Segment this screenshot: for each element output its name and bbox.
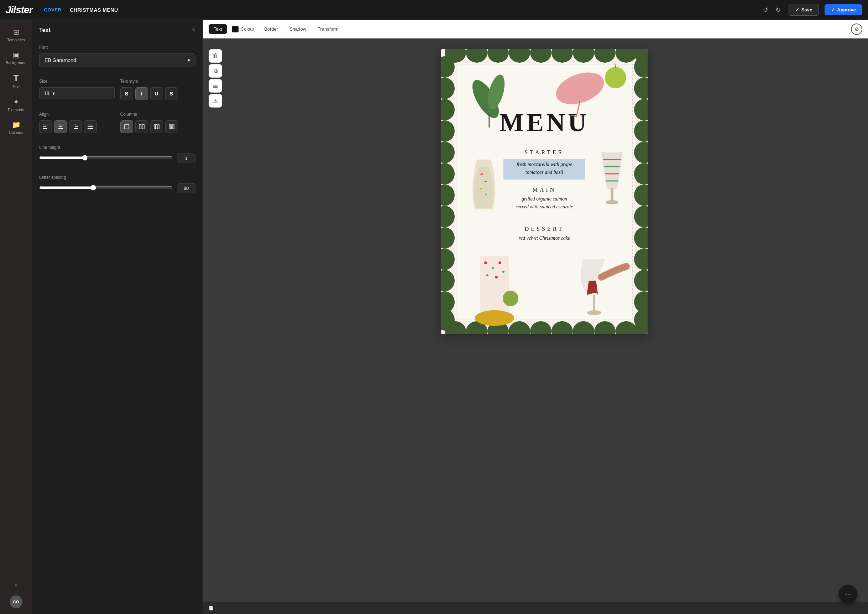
redo-button[interactable]: ↻ [773,5,783,16]
approve-check-icon: ✓ [831,7,835,12]
size-select[interactable]: 18 ▾ [39,87,115,99]
page-icon: 📄 [209,606,214,611]
main-area: ⊞ Templates ▣ Background T Text ✦ Elemen… [0,20,868,614]
svg-rect-8 [74,128,78,129]
sidebar-item-uploads[interactable]: 📁 Uploads [2,117,30,138]
svg-rect-4 [59,126,62,127]
svg-text:STARTER: STARTER [525,149,564,155]
align-columns-section: Align [32,106,203,139]
columns-buttons [120,120,196,133]
panel-close-button[interactable]: × [192,26,195,34]
svg-rect-20 [172,125,173,129]
letter-spacing-label: Letter spacing [39,175,195,180]
strikethrough-button[interactable]: S [165,87,178,100]
colour-swatch [232,26,239,33]
nav-tab-cover[interactable]: COVER [41,6,64,14]
svg-rect-87 [480,188,482,189]
svg-rect-9 [88,125,93,126]
svg-rect-19 [170,125,171,129]
sidebar-item-background[interactable]: ▣ Background [2,47,30,68]
canvas-scroll[interactable]: 🗑 ⧉ ⚠ [203,39,868,602]
align-buttons [39,120,115,133]
svg-rect-15 [154,125,156,129]
svg-point-94 [606,200,618,205]
bold-button[interactable]: B [120,87,133,100]
size-textstyle-row: Size 18 ▾ Text style B I U S [39,79,195,100]
svg-point-106 [492,267,494,269]
size-dropdown-icon: ▾ [52,90,55,96]
svg-rect-14 [142,125,144,129]
sidebar-item-label-uploads: Uploads [9,130,23,135]
settings-icon[interactable]: ⚙ [851,23,862,35]
svg-text:MAIN: MAIN [533,187,556,193]
layers-button[interactable] [209,79,222,93]
svg-text:fresh mozzarella with grape: fresh mozzarella with grape [516,162,572,167]
toolbar-tab-shadow[interactable]: Shadow [284,24,311,34]
avatar: CO [9,595,22,608]
undo-redo-group: ↺ ↻ [761,5,783,16]
svg-text:tomatoes and basil: tomatoes and basil [525,169,563,175]
line-height-slider-wrap [39,155,173,162]
sidebar-item-elements[interactable]: ✦ Elements [2,94,30,115]
warning-button[interactable]: ⚠ [209,94,222,107]
line-height-value: 1 [177,154,195,163]
letter-spacing-section: Letter spacing 80 [32,169,203,199]
columns-2-button[interactable] [135,120,148,133]
toolbar-tab-transform[interactable]: Transform [313,24,344,34]
line-height-slider[interactable] [39,155,173,161]
columns-1-button[interactable] [120,120,133,133]
svg-rect-104 [480,256,509,313]
svg-text:MENU: MENU [499,108,589,137]
document-title: CHRISTMAS MENU [70,7,118,13]
undo-button[interactable]: ↺ [761,5,770,16]
svg-rect-21 [173,125,174,129]
toolbar-tab-text[interactable]: Text [209,24,227,34]
align-center-button[interactable] [54,120,67,133]
align-right-button[interactable] [69,120,82,133]
svg-point-105 [484,261,487,264]
letter-spacing-slider[interactable] [39,185,173,191]
svg-rect-5 [58,128,63,129]
svg-rect-18 [169,125,170,129]
menu-illustration: MENU [441,49,648,334]
font-section: Font EB Garamond ▾ [32,39,203,73]
panel-header: Text × [32,20,203,39]
fab-button[interactable]: ··· [839,585,857,603]
italic-button[interactable]: I [135,87,148,100]
svg-point-109 [495,276,498,279]
line-height-section: Line height 1 [32,139,203,169]
size-label: Size [39,79,115,84]
font-select[interactable]: EB Garamond ▾ [39,53,195,67]
approve-button[interactable]: ✓ Approve [825,4,862,16]
sidebar-collapse-button[interactable]: « [15,582,18,588]
columns-label: Columns [120,112,196,117]
text-style-buttons: B I U S [120,87,196,100]
align-left-button[interactable] [39,120,52,133]
font-value: EB Garamond [45,57,76,63]
size-col: Size 18 ▾ [39,79,115,100]
toolbar-tab-border[interactable]: Border [259,24,283,34]
align-col: Align [39,112,115,133]
size-value: 18 [44,90,50,96]
sidebar-item-text[interactable]: T Text [2,70,30,93]
elements-icon: ✦ [13,98,19,106]
svg-text:red velvet Christmas cake: red velvet Christmas cake [519,236,570,241]
align-justify-button[interactable] [84,120,97,133]
toolbar-colour[interactable]: Colour [229,24,258,34]
letter-spacing-slider-wrap [39,185,173,192]
save-button[interactable]: ✓ Save [789,4,819,16]
svg-point-113 [503,291,518,306]
columns-4-button[interactable] [165,120,178,133]
svg-rect-12 [125,125,129,129]
top-navigation: Jilster COVER CHRISTMAS MENU ↺ ↻ ✓ Save … [0,0,868,20]
sidebar-item-templates[interactable]: ⊞ Templates [2,24,30,46]
svg-rect-17 [158,125,159,129]
columns-3-button[interactable] [150,120,163,133]
svg-text:served with sautéed escarole: served with sautéed escarole [516,204,573,209]
font-dropdown-icon: ▾ [188,57,190,63]
delete-button[interactable]: 🗑 [209,49,222,63]
columns-col: Columns [120,112,196,133]
underline-button[interactable]: U [150,87,163,100]
canvas-area: Text Colour Border Shadow Transform ⚙ 🗑 … [203,20,868,614]
duplicate-button[interactable]: ⧉ [209,64,222,78]
